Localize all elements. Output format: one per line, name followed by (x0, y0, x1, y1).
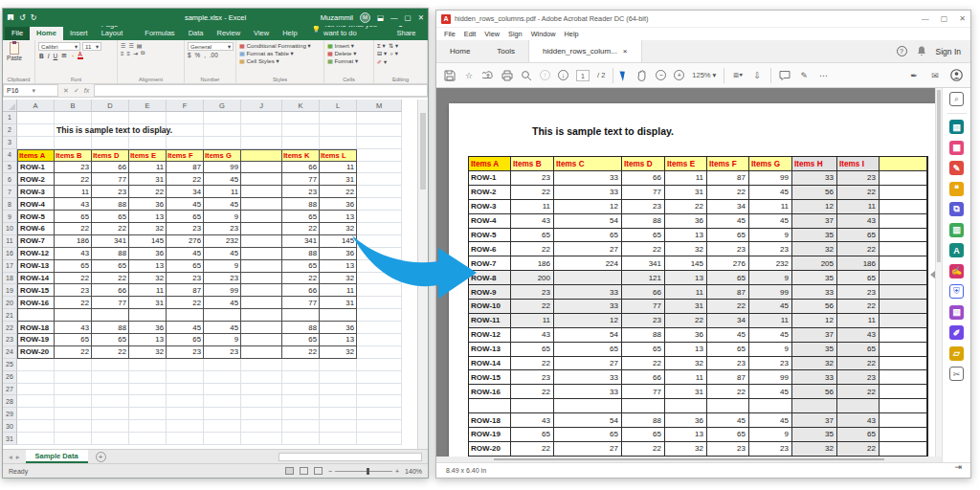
fill-sign-icon[interactable]: ✍ (949, 264, 964, 278)
cell[interactable] (357, 384, 402, 396)
cell[interactable]: 11 (320, 284, 357, 297)
cell[interactable]: 31 (320, 297, 357, 309)
cell[interactable]: 22 (55, 273, 92, 285)
conditional-formatting-button[interactable]: ▦ Conditional Formatting ▾ (239, 42, 321, 49)
column-header-M[interactable]: M (357, 100, 402, 112)
cell[interactable] (320, 420, 357, 433)
cell[interactable]: 36 (129, 198, 167, 211)
cell[interactable]: 23 (204, 223, 241, 235)
cell[interactable]: 13 (129, 334, 167, 346)
cell[interactable]: 88 (92, 198, 129, 211)
cell[interactable]: 23 (204, 346, 241, 359)
page-number-input[interactable]: 1 (576, 70, 590, 81)
more-tools-icon[interactable]: ✂ (949, 367, 964, 381)
cell[interactable] (92, 137, 129, 149)
cell[interactable]: 13 (129, 260, 167, 273)
font-color-button[interactable]: A (78, 52, 83, 59)
cell[interactable]: 23 (92, 186, 129, 198)
cell[interactable] (92, 433, 129, 445)
cell[interactable]: 23 (282, 186, 320, 198)
add-sheet-button[interactable]: + (96, 452, 106, 462)
send-email-icon[interactable]: ✉ (929, 70, 941, 81)
cell[interactable]: 87 (167, 284, 204, 297)
fill-color-button[interactable]: ◔ (70, 53, 76, 59)
row-header-24[interactable]: 24 (3, 346, 17, 359)
cell[interactable] (167, 433, 204, 445)
cell[interactable]: ROW-20 (17, 346, 55, 359)
cell[interactable] (204, 420, 241, 433)
cell[interactable] (204, 137, 241, 149)
tab-document[interactable]: hidden_rows_colum... × (528, 40, 642, 62)
cell[interactable] (320, 112, 357, 124)
cell[interactable] (320, 371, 357, 384)
cell[interactable]: 23 (204, 273, 241, 285)
autosum-button[interactable]: Σ (377, 42, 381, 49)
cell[interactable] (357, 186, 402, 198)
cell[interactable]: 22 (282, 223, 320, 235)
cell[interactable] (241, 235, 282, 248)
cell[interactable]: Items G (204, 149, 241, 162)
cell[interactable] (282, 124, 320, 137)
page-layout-view-icon[interactable] (300, 467, 308, 475)
cell[interactable] (92, 408, 129, 420)
cell[interactable] (167, 408, 204, 420)
cell[interactable]: 232 (204, 235, 241, 248)
cell[interactable]: ROW-2 (17, 173, 55, 186)
combine-files-icon[interactable]: ⧉ (949, 202, 964, 216)
cell[interactable] (357, 284, 402, 297)
cell[interactable]: 99 (204, 284, 241, 297)
align-top-icon[interactable]: ☰ (121, 42, 126, 49)
cell[interactable] (55, 371, 92, 384)
cell[interactable] (129, 420, 167, 433)
fill-button[interactable]: ⊟ (377, 50, 382, 56)
menu-window[interactable]: Window (531, 30, 556, 38)
cell[interactable] (167, 384, 204, 396)
cell[interactable] (241, 420, 282, 433)
cell[interactable]: 11 (204, 186, 241, 198)
cell[interactable] (55, 137, 92, 149)
cell[interactable]: 43 (55, 322, 92, 334)
cell[interactable]: 66 (92, 162, 129, 174)
cell[interactable]: 31 (129, 173, 167, 186)
cell[interactable]: 65 (55, 260, 92, 273)
cell[interactable] (129, 112, 167, 124)
cell[interactable]: ROW-14 (17, 273, 55, 285)
export-pdf-icon[interactable]: ▤ (949, 120, 964, 134)
cell[interactable] (167, 359, 204, 371)
cell[interactable]: 31 (320, 173, 357, 186)
cell[interactable] (241, 260, 282, 273)
cell[interactable]: 13 (320, 211, 357, 223)
fit-width-icon[interactable]: ⇩ (751, 70, 763, 81)
cell[interactable] (92, 371, 129, 384)
cancel-icon[interactable]: ✕ (63, 87, 69, 95)
save-icon[interactable] (444, 70, 456, 81)
cell[interactable]: 34 (167, 186, 204, 198)
cell[interactable] (55, 309, 92, 322)
column-header-B[interactable]: B (55, 100, 92, 112)
fill-sign-icon[interactable]: ✒ (908, 70, 920, 81)
insert-cells-button[interactable]: ▦ Insert ▾ (327, 42, 370, 49)
cell[interactable]: 22 (167, 173, 204, 186)
cell[interactable] (55, 395, 92, 408)
cell[interactable]: 77 (282, 297, 320, 309)
organize-pages-icon[interactable]: ▥ (949, 223, 964, 237)
cell[interactable]: ROW-4 (17, 198, 55, 211)
cell[interactable]: 65 (282, 260, 320, 273)
align-left-icon[interactable]: ≡ (121, 51, 125, 56)
row-header-20[interactable]: 20 (3, 297, 17, 309)
cell[interactable] (241, 149, 282, 162)
cell[interactable] (241, 273, 282, 285)
cell[interactable]: 65 (167, 334, 204, 346)
format-cells-button[interactable]: ▦ Format ▾ (327, 57, 370, 64)
measure-icon[interactable]: ✐ (949, 325, 964, 340)
cell[interactable]: 45 (204, 297, 241, 309)
row-header-22[interactable]: 22 (3, 322, 17, 334)
cell[interactable] (204, 112, 241, 124)
share-upload-icon[interactable] (482, 70, 494, 81)
row-header-27[interactable]: 27 (3, 384, 17, 396)
cell[interactable]: 36 (129, 322, 167, 334)
cell[interactable] (357, 162, 402, 174)
cell[interactable] (55, 359, 92, 371)
name-box[interactable]: P16▾ (3, 84, 58, 97)
cell[interactable]: ROW-19 (17, 334, 55, 346)
